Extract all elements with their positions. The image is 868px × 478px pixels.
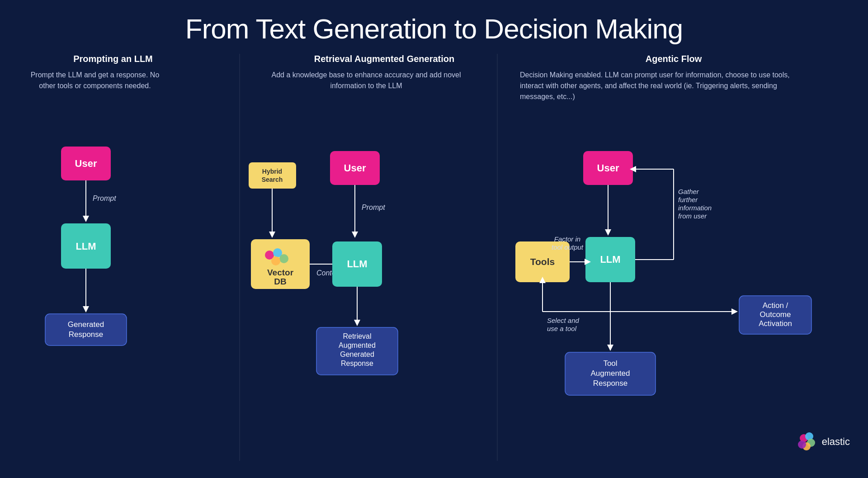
col2-arrow-llm-resp-head xyxy=(354,320,360,326)
col3-action-label3: Activation xyxy=(759,319,792,328)
col2-vdb-label2: DB xyxy=(274,277,286,286)
col2-arrow-hybrid-vdb-head xyxy=(269,232,275,238)
col2-resp-label2: Augmented xyxy=(339,341,376,349)
diagram-svg: User Prompt LLM Generated Response Hybri… xyxy=(0,54,868,461)
col3-gather-label4: from user xyxy=(678,212,707,220)
col2-resp-label1: Retrieval xyxy=(343,332,371,340)
col2-prompt-label: Prompt xyxy=(362,204,385,211)
col3-tool-resp-label1: Tool xyxy=(603,359,617,368)
col2-hybrid-box xyxy=(249,162,296,189)
col2-llm-label: LLM xyxy=(347,258,367,270)
col3-arrow-to-action-head xyxy=(731,308,738,315)
col1-response-box xyxy=(45,314,127,345)
col3-llm-label: LLM xyxy=(600,254,620,265)
col1-user-label: User xyxy=(75,158,97,169)
col2-resp-label4: Response xyxy=(341,360,373,367)
col2-vdb-label1: Vector xyxy=(267,268,294,277)
col1-llm-label: LLM xyxy=(75,241,96,252)
elastic-logo-text: elastic xyxy=(822,436,850,448)
col2-resp-label3: Generated xyxy=(340,350,374,358)
svg-point-4 xyxy=(798,440,806,449)
col3-tools-label: Tools xyxy=(530,256,555,267)
col3-arrow-user-llm-head xyxy=(605,229,611,236)
elastic-icon xyxy=(797,432,816,452)
col3-gather-label1: Gather xyxy=(678,188,699,195)
col2-hybrid-label1: Hybrid xyxy=(262,168,282,175)
col2-hybrid-label2: Search xyxy=(262,176,283,183)
col3-select-label2: use a tool xyxy=(547,325,577,332)
col1-prompt-label: Prompt xyxy=(93,194,116,202)
col2-arrow-user-llm-head xyxy=(352,232,358,238)
col3-factor-label2: tool output xyxy=(552,243,584,251)
col1-arrow2-head xyxy=(83,306,89,312)
col2-icon-orange xyxy=(271,256,280,265)
col3-action-label2: Outcome xyxy=(760,310,791,319)
col1-arrow1-head xyxy=(83,216,89,222)
col3-tool-resp-label2: Augmented xyxy=(591,369,630,378)
col3-user-label: User xyxy=(597,162,619,174)
col3-arrow-down-tool-resp-head xyxy=(607,345,613,351)
page-title: From Text Generation to Decision Making xyxy=(0,0,868,54)
elastic-logo: elastic xyxy=(797,432,850,452)
col3-gather-label2: further xyxy=(678,196,698,204)
col1-response-label1: Generated xyxy=(68,320,104,329)
col3-select-label1: Select and xyxy=(547,317,580,324)
col3-tool-resp-label3: Response xyxy=(593,379,628,388)
col2-icon-green xyxy=(279,254,288,263)
col3-action-label1: Action / xyxy=(763,301,788,310)
col2-user-label: User xyxy=(344,162,366,174)
col3-gather-label3: information xyxy=(678,204,712,212)
col1-response-label2: Response xyxy=(69,330,104,339)
col3-factor-label1: Factor in xyxy=(554,235,580,243)
